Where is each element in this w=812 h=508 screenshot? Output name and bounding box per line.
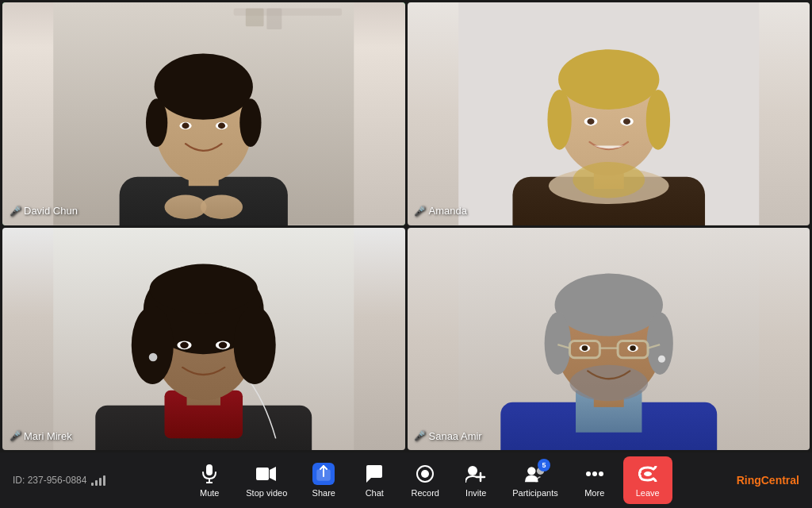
participants-label: Participants xyxy=(512,488,557,498)
chat-icon xyxy=(363,463,385,485)
share-button[interactable]: Share xyxy=(301,458,346,502)
mute-button[interactable]: Mute xyxy=(187,458,232,502)
svg-point-8 xyxy=(155,53,253,119)
svg-point-64 xyxy=(581,345,588,351)
svg-point-67 xyxy=(657,355,665,362)
invite-button[interactable]: Invite xyxy=(454,458,498,502)
toolbar-center: Mute Stop video Share xyxy=(140,456,720,504)
ringcentral-logo: RingCentral xyxy=(720,474,799,487)
leave-button[interactable]: Leave xyxy=(623,456,672,504)
signal-bar-3 xyxy=(99,478,102,486)
invite-label: Invite xyxy=(465,488,486,498)
svg-point-54 xyxy=(554,273,662,336)
svg-point-76 xyxy=(421,470,429,478)
mic-active-icon-mari: 🎤 xyxy=(10,429,20,442)
stop-video-icon xyxy=(255,463,278,485)
svg-marker-72 xyxy=(270,467,276,481)
svg-point-15 xyxy=(164,195,206,219)
video-tile-amanda: 🎤 Amanda xyxy=(408,2,810,225)
svg-point-66 xyxy=(569,364,648,400)
svg-point-25 xyxy=(547,90,571,150)
svg-point-31 xyxy=(622,118,630,125)
svg-rect-3 xyxy=(266,9,282,30)
video-tile-sanaa-amir: 🎤 Sanaa Amir xyxy=(408,228,810,451)
mute-icon xyxy=(198,463,220,485)
svg-point-14 xyxy=(218,123,225,129)
meeting-id-label: ID: 237-956-0884 xyxy=(13,475,86,486)
more-label: More xyxy=(584,488,604,498)
mic-active-icon-amanda: 🎤 xyxy=(416,205,425,217)
svg-point-10 xyxy=(239,98,261,147)
participants-badge: 5 xyxy=(538,459,550,471)
svg-point-56 xyxy=(646,312,672,375)
participants-icon: 5 xyxy=(524,463,546,485)
video-tile-mari-mirek: 🎤 Mari Mirek xyxy=(2,228,405,451)
svg-point-27 xyxy=(573,162,645,198)
leave-icon xyxy=(637,463,659,485)
svg-point-55 xyxy=(544,312,570,375)
svg-point-40 xyxy=(132,306,174,384)
svg-point-85 xyxy=(644,471,652,476)
stop-video-button[interactable]: Stop video xyxy=(238,458,295,502)
mic-active-icon-david: 🎤 xyxy=(10,205,20,217)
svg-point-13 xyxy=(182,123,189,129)
toolbar: ID: 237-956-0884 Mute xyxy=(0,452,812,508)
record-icon xyxy=(414,463,436,485)
svg-rect-71 xyxy=(256,468,269,480)
participant-name-mari-mirek: 🎤 Mari Mirek xyxy=(10,429,72,442)
svg-rect-2 xyxy=(246,9,264,27)
video-tile-david-chun: 🎤 David Chun xyxy=(2,2,405,225)
participant-name-sanaa-amir: 🎤 Sanaa Amir xyxy=(416,429,482,442)
meeting-info: ID: 237-956-0884 xyxy=(13,475,140,486)
svg-point-65 xyxy=(630,345,636,351)
invite-icon xyxy=(465,463,487,485)
share-icon xyxy=(312,463,335,485)
svg-point-9 xyxy=(146,98,167,147)
svg-point-47 xyxy=(149,352,158,361)
chat-button[interactable]: Chat xyxy=(352,458,396,502)
mute-label: Mute xyxy=(200,488,219,498)
svg-point-41 xyxy=(234,306,276,384)
svg-point-80 xyxy=(527,467,535,475)
svg-point-84 xyxy=(599,471,603,476)
svg-point-16 xyxy=(201,195,243,219)
participant-name-david-chun: 🎤 David Chun xyxy=(10,205,78,217)
signal-bar-4 xyxy=(103,475,105,486)
svg-point-82 xyxy=(586,471,591,476)
share-label: Share xyxy=(312,488,335,498)
svg-point-45 xyxy=(180,341,189,348)
svg-point-42 xyxy=(150,265,258,314)
svg-point-24 xyxy=(558,49,659,110)
more-icon xyxy=(584,463,606,485)
video-grid: 🎤 David Chun xyxy=(0,0,812,452)
signal-bar-1 xyxy=(91,483,94,486)
record-button[interactable]: Record xyxy=(403,458,447,502)
svg-point-26 xyxy=(645,90,669,150)
more-button[interactable]: More xyxy=(573,458,617,502)
leave-label: Leave xyxy=(636,488,660,498)
svg-point-77 xyxy=(468,466,477,475)
signal-strength xyxy=(91,475,105,486)
svg-point-46 xyxy=(219,341,228,348)
participants-button[interactable]: 5 Participants xyxy=(504,458,565,502)
record-label: Record xyxy=(412,488,439,498)
chat-label: Chat xyxy=(366,488,384,498)
stop-video-label: Stop video xyxy=(246,488,287,498)
mic-active-icon-sanaa: 🎤 xyxy=(416,429,425,442)
participant-name-amanda: 🎤 Amanda xyxy=(416,205,467,217)
svg-rect-68 xyxy=(206,464,213,475)
signal-bar-2 xyxy=(95,480,98,486)
svg-point-30 xyxy=(587,118,594,125)
svg-point-83 xyxy=(592,471,597,476)
